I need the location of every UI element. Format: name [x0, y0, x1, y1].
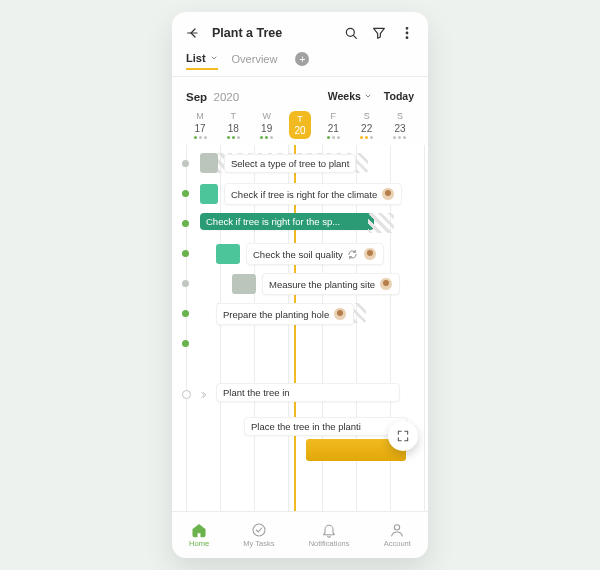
- expand-icon[interactable]: [196, 388, 210, 402]
- nav-notifications[interactable]: Notifications: [309, 522, 350, 548]
- nav-account[interactable]: Account: [384, 522, 411, 548]
- year-label: 2020: [214, 91, 240, 103]
- task-row[interactable]: Check the soil quality: [216, 243, 384, 265]
- task-label[interactable]: Prepare the planting hole: [216, 303, 354, 325]
- task-tail: [368, 213, 394, 233]
- recurring-icon: [347, 248, 359, 260]
- avatar: [379, 277, 393, 291]
- filter-icon[interactable]: [370, 24, 388, 42]
- task-row[interactable]: Prepare the planting hole: [216, 303, 354, 325]
- task-bar[interactable]: [200, 184, 218, 204]
- svg-point-4: [253, 524, 265, 536]
- nav-home[interactable]: Home: [189, 522, 209, 548]
- task-row[interactable]: Select a type of tree to plant: [200, 153, 356, 173]
- weeks-dropdown[interactable]: Weeks: [328, 90, 372, 102]
- more-icon[interactable]: [398, 24, 416, 42]
- task-bar[interactable]: [216, 244, 240, 264]
- task-row-active[interactable]: Check if tree is right for the sp...: [200, 213, 374, 230]
- avatar: [333, 307, 347, 321]
- tab-overview-label: Overview: [232, 53, 278, 65]
- task-bullet: [182, 220, 189, 227]
- day-mon[interactable]: M 17: [186, 111, 214, 139]
- task-row[interactable]: Check if tree is right for the climate: [200, 183, 402, 205]
- day-tue[interactable]: T 18: [219, 111, 247, 139]
- task-label[interactable]: Select a type of tree to plant: [224, 154, 356, 173]
- chevron-down-icon: [210, 52, 218, 64]
- task-bullet: [182, 160, 189, 167]
- task-label[interactable]: Check the soil quality: [246, 243, 384, 265]
- today-button[interactable]: Today: [384, 90, 414, 102]
- nav-mytasks[interactable]: My Tasks: [243, 522, 274, 548]
- svg-point-0: [346, 28, 354, 36]
- task-label-active[interactable]: Check if tree is right for the sp...: [200, 213, 374, 230]
- avatar: [363, 247, 377, 261]
- month-label: Sep: [186, 91, 207, 103]
- task-row[interactable]: Measure the planting site: [232, 273, 400, 295]
- task-label[interactable]: Place the tree in the planti: [244, 417, 408, 436]
- task-label[interactable]: Plant the tree in: [216, 383, 400, 402]
- page-title: Plant a Tree: [212, 26, 332, 40]
- week-strip: M 17 T 18 W 19 T 20 F 2: [172, 111, 428, 145]
- svg-point-1: [406, 28, 408, 30]
- task-row[interactable]: Plant the tree in: [216, 383, 400, 402]
- month-year[interactable]: Sep 2020: [186, 87, 239, 105]
- task-bar[interactable]: [200, 153, 218, 173]
- task-bullet: [182, 250, 189, 257]
- task-bullet-open: [182, 390, 191, 399]
- search-icon[interactable]: [342, 24, 360, 42]
- chevron-down-icon: [364, 90, 372, 102]
- tab-list[interactable]: List: [186, 48, 218, 70]
- svg-point-5: [395, 525, 400, 530]
- avatar: [381, 187, 395, 201]
- add-view-button[interactable]: +: [295, 52, 309, 66]
- day-sat[interactable]: S 22: [353, 111, 381, 139]
- task-bullet: [182, 340, 189, 347]
- task-label[interactable]: Check if tree is right for the climate: [224, 183, 402, 205]
- back-button[interactable]: [184, 24, 202, 42]
- task-label[interactable]: Measure the planting site: [262, 273, 400, 295]
- task-bullet: [182, 280, 189, 287]
- day-thu-selected[interactable]: T 20: [286, 111, 314, 139]
- tab-list-label: List: [186, 52, 206, 64]
- fullscreen-button[interactable]: [388, 421, 418, 451]
- tab-overview[interactable]: Overview: [232, 49, 278, 69]
- top-bar: Plant a Tree: [172, 12, 428, 48]
- svg-point-3: [406, 37, 408, 39]
- day-fri[interactable]: F 21: [319, 111, 347, 139]
- task-row[interactable]: Place the tree in the planti: [244, 417, 408, 436]
- task-bullet: [182, 190, 189, 197]
- task-bar[interactable]: [232, 274, 256, 294]
- app-screen: Plant a Tree List Overview +: [172, 12, 428, 558]
- task-bullet: [182, 310, 189, 317]
- svg-point-2: [406, 32, 408, 34]
- day-wed[interactable]: W 19: [253, 111, 281, 139]
- view-tabs: List Overview +: [172, 48, 428, 77]
- bottom-nav: Home My Tasks Notifications Account: [172, 511, 428, 558]
- date-nav: Sep 2020 Weeks Today: [172, 77, 428, 111]
- day-sun[interactable]: S 23: [386, 111, 414, 139]
- gantt-area[interactable]: Select a type of tree to plant Check if …: [172, 145, 428, 511]
